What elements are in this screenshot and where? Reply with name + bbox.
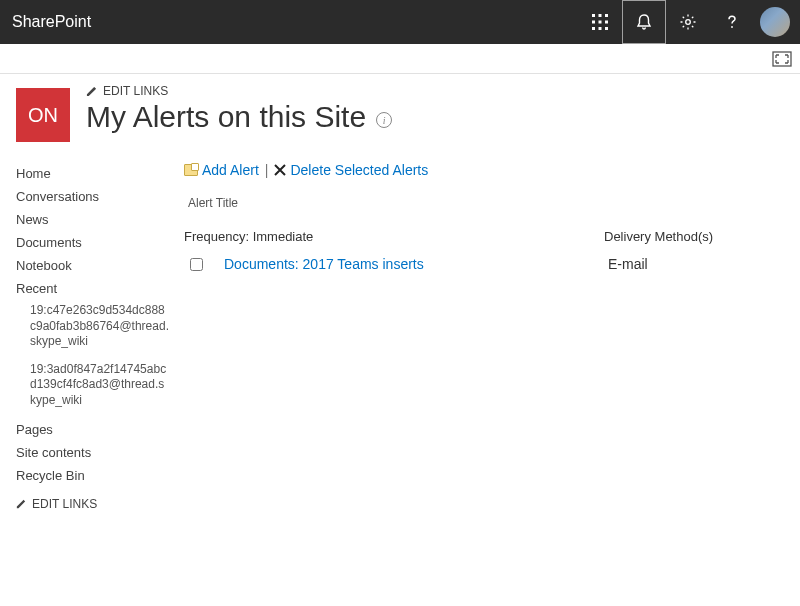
delete-selected-button[interactable]: Delete Selected Alerts: [274, 162, 428, 178]
ribbon-strip: [0, 44, 800, 74]
nav-recent-item-1[interactable]: 19:c47e263c9d534dc888c9a0fab3b86764@thre…: [16, 300, 170, 353]
nav-item-recent[interactable]: Recent: [16, 277, 170, 300]
nav-item-notebook[interactable]: Notebook: [16, 254, 170, 277]
pencil-icon: [16, 499, 26, 509]
title-area: ON EDIT LINKS My Alerts on this Site i: [0, 74, 800, 142]
nav-item-news[interactable]: News: [16, 208, 170, 231]
alert-row: Documents: 2017 Teams inserts E-mail: [184, 254, 784, 276]
action-separator: |: [265, 162, 269, 178]
add-alert-icon: [184, 164, 198, 176]
svg-rect-4: [599, 21, 602, 24]
action-bar: Add Alert | Delete Selected Alerts: [184, 162, 784, 178]
suite-bar: SharePoint: [0, 0, 800, 44]
site-logo[interactable]: ON: [16, 88, 70, 142]
svg-rect-11: [773, 52, 791, 66]
svg-rect-0: [592, 14, 595, 17]
svg-rect-7: [599, 27, 602, 30]
waffle-icon: [591, 13, 609, 31]
svg-rect-8: [605, 27, 608, 30]
nav-item-conversations[interactable]: Conversations: [16, 185, 170, 208]
alert-row-checkbox[interactable]: [190, 258, 203, 271]
nav-recent-item-2[interactable]: 19:3ad0f847a2f14745abcd139cf4fc8ad3@thre…: [16, 359, 170, 412]
svg-rect-3: [592, 21, 595, 24]
main-content: Add Alert | Delete Selected Alerts Alert…: [170, 162, 784, 511]
avatar[interactable]: [760, 7, 790, 37]
nav-item-home[interactable]: Home: [16, 162, 170, 185]
alert-title-column-header: Alert Title: [184, 196, 784, 210]
edit-links-label: EDIT LINKS: [103, 84, 168, 98]
delete-selected-label: Delete Selected Alerts: [290, 162, 428, 178]
settings-button[interactable]: [666, 0, 710, 44]
edit-links-bottom-label: EDIT LINKS: [32, 497, 97, 511]
app-launcher-button[interactable]: [578, 0, 622, 44]
svg-rect-5: [605, 21, 608, 24]
notifications-button[interactable]: [622, 0, 666, 44]
nav-item-site-contents[interactable]: Site contents: [16, 441, 170, 464]
page-title: My Alerts on this Site: [86, 100, 366, 134]
nav-item-documents[interactable]: Documents: [16, 231, 170, 254]
add-alert-label: Add Alert: [202, 162, 259, 178]
delivery-method-header: Delivery Method(s): [604, 229, 784, 244]
gear-icon: [679, 13, 697, 31]
alert-delivery-method: E-mail: [604, 256, 784, 272]
add-alert-button[interactable]: Add Alert: [184, 162, 259, 178]
nav-item-pages[interactable]: Pages: [16, 418, 170, 441]
alert-name-link[interactable]: Documents: 2017 Teams inserts: [224, 256, 604, 272]
app-title[interactable]: SharePoint: [12, 13, 91, 31]
nav-item-recycle-bin[interactable]: Recycle Bin: [16, 464, 170, 487]
svg-point-10: [731, 26, 733, 28]
bell-icon: [635, 13, 653, 31]
svg-rect-1: [599, 14, 602, 17]
pencil-icon: [86, 86, 97, 97]
left-nav: Home Conversations News Documents Notebo…: [16, 162, 170, 511]
svg-rect-2: [605, 14, 608, 17]
info-icon[interactable]: i: [376, 112, 392, 128]
edit-links-bottom[interactable]: EDIT LINKS: [16, 497, 170, 511]
svg-point-9: [686, 20, 691, 25]
help-button[interactable]: [710, 0, 754, 44]
edit-links-top[interactable]: EDIT LINKS: [86, 84, 784, 98]
body-row: Home Conversations News Documents Notebo…: [0, 142, 800, 511]
suite-icon-group: [578, 0, 800, 44]
focus-content-button[interactable]: [772, 51, 792, 67]
frequency-group-label: Frequency: Immediate: [184, 229, 604, 244]
svg-rect-6: [592, 27, 595, 30]
group-header-row: Frequency: Immediate Delivery Method(s): [184, 224, 784, 254]
delete-icon: [274, 164, 286, 176]
help-icon: [723, 13, 741, 31]
focus-icon: [772, 51, 792, 67]
